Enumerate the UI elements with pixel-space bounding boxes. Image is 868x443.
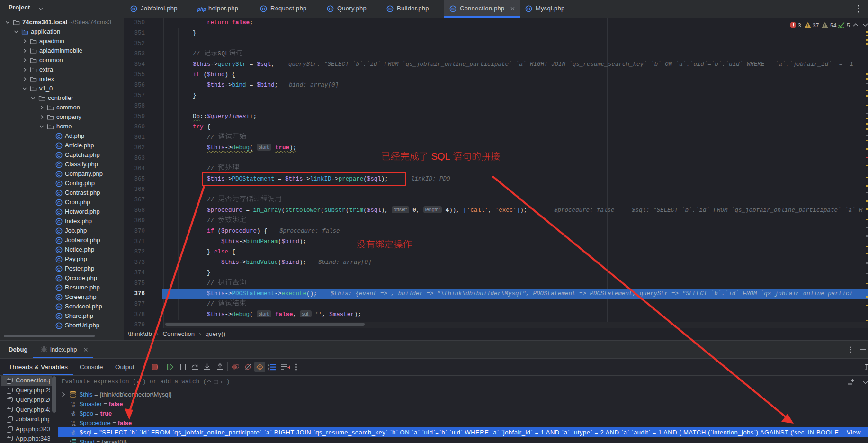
svg-text:SQL: SQL xyxy=(431,151,450,161)
svg-text:C: C xyxy=(57,143,61,148)
svg-text:C: C xyxy=(57,266,61,271)
svg-text:C: C xyxy=(451,6,455,11)
svg-text:37: 37 xyxy=(813,22,819,29)
svg-text:C: C xyxy=(57,247,61,253)
svg-text:54: 54 xyxy=(830,22,837,29)
svg-text:C: C xyxy=(329,6,332,11)
svg-text:C: C xyxy=(57,323,61,328)
svg-text:C: C xyxy=(57,285,61,290)
svg-text:C: C xyxy=(57,219,61,224)
svg-text:C: C xyxy=(57,209,61,215)
svg-text:php: php xyxy=(197,7,206,12)
svg-text:3: 3 xyxy=(268,369,269,371)
svg-text:01: 01 xyxy=(72,414,76,417)
svg-text:01: 01 xyxy=(72,433,76,436)
svg-text:5: 5 xyxy=(847,22,850,29)
svg-text:C: C xyxy=(57,276,61,281)
svg-text:C: C xyxy=(57,257,61,262)
svg-text:C: C xyxy=(57,134,61,139)
svg-text:C: C xyxy=(132,6,135,11)
svg-text:C: C xyxy=(388,6,392,11)
svg-text:C: C xyxy=(57,172,61,177)
svg-text:C: C xyxy=(57,190,61,196)
svg-text:C: C xyxy=(57,200,61,205)
svg-text:C: C xyxy=(262,6,265,11)
svg-text:C: C xyxy=(259,365,261,370)
svg-text:C: C xyxy=(57,295,61,300)
svg-text:C: C xyxy=(57,162,61,167)
svg-text:1: 1 xyxy=(70,439,72,442)
svg-text:01: 01 xyxy=(72,424,76,426)
svg-text:C: C xyxy=(57,304,61,309)
svg-text:C: C xyxy=(527,6,530,11)
svg-text:C: C xyxy=(57,181,61,186)
svg-text:C: C xyxy=(57,153,61,158)
svg-text:C: C xyxy=(57,314,61,319)
svg-text:C: C xyxy=(57,228,61,234)
svg-text:C: C xyxy=(57,238,61,243)
svg-text:3: 3 xyxy=(798,22,801,29)
svg-text:01: 01 xyxy=(72,405,76,407)
